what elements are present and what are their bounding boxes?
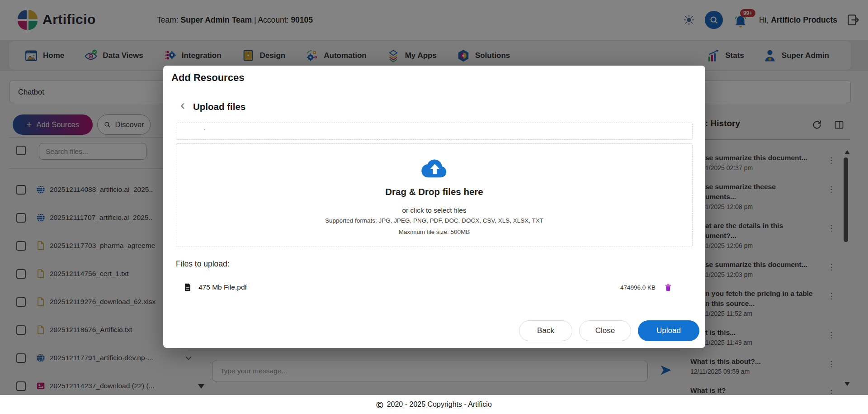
document-icon	[183, 282, 192, 293]
upload-file-row: 475 Mb File.pdf474996.0 KB	[176, 277, 693, 297]
close-button[interactable]: Close	[579, 320, 631, 341]
upload-notice-box: .	[176, 123, 693, 140]
dropzone-subheading: or click to select files	[402, 205, 466, 215]
files-to-upload-label: Files to upload:	[176, 259, 230, 269]
upload-queue: 475 Mb File.pdf474996.0 KB	[176, 277, 693, 297]
upload-file-name: 475 Mb File.pdf	[198, 283, 247, 291]
add-resources-modal: Add Resources ‹ Upload files . Drag & Dr…	[163, 66, 705, 348]
dropzone[interactable]: Drag & Drop files here or click to selec…	[176, 143, 693, 247]
modal-title: Add Resources	[171, 72, 244, 84]
dropzone-heading: Drag & Drop files here	[385, 186, 483, 198]
modal-section-title: Upload files	[193, 101, 245, 112]
cloud-upload-icon	[420, 157, 449, 178]
copyright-icon: ©	[376, 400, 383, 409]
trash-icon[interactable]	[664, 282, 673, 292]
upload-button[interactable]: Upload	[638, 320, 699, 341]
max-file-size: Maximum file size: 500MB	[399, 228, 470, 236]
notice-dot: .	[203, 124, 205, 132]
back-chevron-icon[interactable]: ‹	[180, 98, 185, 112]
footer: © 2020 - 2025 Copyrights - Artificio	[0, 395, 868, 414]
supported-formats: Supported formats: JPG, JPEG, PNG, PDF, …	[325, 216, 543, 225]
upload-file-size: 474996.0 KB	[620, 284, 656, 291]
copyright-text: 2020 - 2025 Copyrights - Artificio	[387, 400, 492, 409]
back-button[interactable]: Back	[519, 320, 572, 341]
